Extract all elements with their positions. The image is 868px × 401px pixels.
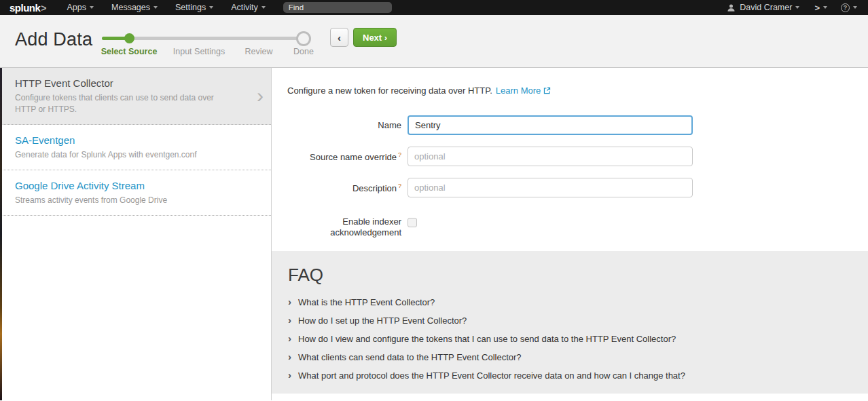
faq-item[interactable]: › What is the HTTP Event Collector? bbox=[288, 297, 852, 307]
nav-menu-settings[interactable]: Settings bbox=[175, 3, 213, 12]
next-button[interactable]: Next › bbox=[353, 28, 397, 47]
faq-question: What clients can send data to the HTTP E… bbox=[298, 352, 522, 362]
source-item-description: Generate data for Splunk Apps with event… bbox=[15, 149, 238, 161]
nav-menu-messages-label: Messages bbox=[111, 3, 150, 12]
console-prompt-icon: > bbox=[814, 3, 820, 13]
top-nav: splunk > Apps Messages Settings Activity… bbox=[0, 0, 868, 15]
wizard-step-select-source: Select Source bbox=[101, 47, 158, 56]
indexer-ack-label: Enable indexer acknowledgement bbox=[272, 214, 401, 238]
chevron-right-icon: › bbox=[288, 316, 291, 325]
source-item-sa-eventgen[interactable]: SA-Eventgen Generate data for Splunk App… bbox=[0, 125, 271, 170]
source-name-override-row: Source name override? bbox=[272, 147, 868, 166]
chevron-down-icon bbox=[853, 6, 857, 9]
chevron-right-icon: › bbox=[288, 334, 291, 343]
find-search-input[interactable] bbox=[283, 2, 392, 13]
name-input[interactable] bbox=[408, 115, 693, 135]
wizard-step-input-settings: Input Settings bbox=[173, 47, 225, 56]
wizard-progress: Select Source Input Settings Review Done bbox=[0, 15, 319, 68]
wizard-current-step-dot bbox=[124, 33, 134, 43]
faq-question: How do I view and configure the tokens t… bbox=[298, 334, 676, 344]
source-item-http-event-collector[interactable]: HTTP Event Collector Configure tokens th… bbox=[0, 68, 271, 125]
help-menu[interactable]: ? bbox=[841, 3, 857, 12]
page-header: Add Data Select Source Input Settings Re… bbox=[0, 15, 868, 68]
main-panel: Configure a new token for receiving data… bbox=[272, 68, 868, 400]
source-item-description: Streams activity events from Google Driv… bbox=[15, 195, 238, 206]
intro-line: Configure a new token for receiving data… bbox=[287, 85, 868, 96]
faq-item[interactable]: › What clients can send data to the HTTP… bbox=[288, 352, 852, 362]
chevron-down-icon bbox=[261, 6, 266, 9]
nav-menu-activity-label: Activity bbox=[231, 3, 258, 12]
learn-more-link[interactable]: Learn More bbox=[496, 85, 541, 96]
source-item-title: Google Drive Activity Stream bbox=[15, 180, 238, 191]
help-question-icon[interactable]: ? bbox=[398, 183, 401, 189]
background-edge-strip bbox=[0, 68, 2, 400]
help-icon: ? bbox=[841, 3, 850, 12]
user-icon bbox=[727, 3, 736, 12]
chevron-down-icon bbox=[209, 6, 213, 9]
chevron-right-icon: › bbox=[288, 352, 291, 362]
nav-menu-messages[interactable]: Messages bbox=[111, 3, 158, 12]
source-name-override-label: Source name override? bbox=[272, 147, 401, 162]
source-name-override-input[interactable] bbox=[408, 147, 693, 166]
description-label: Description? bbox=[272, 178, 401, 193]
description-input[interactable] bbox=[408, 178, 693, 197]
indexer-ack-checkbox[interactable] bbox=[408, 218, 417, 227]
indexer-ack-row: Enable indexer acknowledgement bbox=[272, 214, 868, 238]
chevron-down-icon bbox=[90, 6, 94, 9]
description-row: Description? bbox=[272, 178, 868, 197]
external-link-icon bbox=[543, 87, 551, 94]
user-name-label: David Cramer bbox=[740, 3, 792, 12]
splunk-logo-chevron-icon: > bbox=[41, 3, 46, 14]
faq-section: FAQ › What is the HTTP Event Collector? … bbox=[272, 251, 868, 394]
name-label: Name bbox=[272, 115, 401, 130]
faq-item[interactable]: › How do I set up the HTTP Event Collect… bbox=[288, 316, 852, 326]
chevron-down-icon bbox=[153, 6, 158, 9]
source-item-title: HTTP Event Collector bbox=[15, 77, 238, 89]
user-menu[interactable]: David Cramer bbox=[727, 3, 799, 12]
chevron-down-icon bbox=[823, 6, 827, 9]
back-button[interactable]: ‹ bbox=[330, 28, 348, 47]
description-label-text: Description bbox=[352, 183, 397, 193]
nav-menu-apps[interactable]: Apps bbox=[67, 3, 94, 12]
help-question-icon[interactable]: ? bbox=[398, 151, 401, 158]
intro-text: Configure a new token for receiving data… bbox=[287, 85, 492, 96]
faq-item[interactable]: › What port and protocol does the HTTP E… bbox=[288, 370, 852, 381]
nav-menu-apps-label: Apps bbox=[67, 3, 87, 12]
token-form: Name Source name override? Description? … bbox=[272, 115, 868, 238]
indexer-ack-label-line2: acknowledgement bbox=[272, 227, 401, 238]
faq-question: How do I set up the HTTP Event Collector… bbox=[298, 316, 467, 326]
faq-question: What port and protocol does the HTTP Eve… bbox=[298, 370, 685, 381]
content-area: HTTP Event Collector Configure tokens th… bbox=[0, 68, 868, 400]
source-sidebar: HTTP Event Collector Configure tokens th… bbox=[0, 68, 272, 400]
source-item-google-drive-activity-stream[interactable]: Google Drive Activity Stream Streams act… bbox=[0, 170, 271, 216]
indexer-ack-label-line1: Enable indexer bbox=[272, 216, 401, 227]
chevron-right-icon: › bbox=[257, 85, 264, 105]
chevron-right-icon: › bbox=[288, 297, 291, 307]
chevron-right-icon: › bbox=[288, 370, 291, 380]
source-item-title: SA-Eventgen bbox=[15, 134, 238, 146]
splunk-logo[interactable]: splunk > bbox=[10, 2, 47, 14]
wizard-step-done: Done bbox=[293, 47, 314, 56]
nav-menu-activity[interactable]: Activity bbox=[231, 3, 266, 12]
chevron-down-icon bbox=[795, 6, 799, 9]
faq-title: FAQ bbox=[288, 265, 852, 286]
wizard-done-step-circle bbox=[296, 31, 311, 46]
source-name-override-label-text: Source name override bbox=[310, 152, 397, 162]
nav-menu-settings-label: Settings bbox=[175, 3, 206, 12]
faq-question: What is the HTTP Event Collector? bbox=[298, 297, 435, 307]
splunk-logo-text: splunk bbox=[10, 2, 40, 14]
console-menu[interactable]: > bbox=[814, 3, 827, 13]
faq-item[interactable]: › How do I view and configure the tokens… bbox=[288, 334, 852, 344]
source-item-description: Configure tokens that clients can use to… bbox=[15, 92, 238, 115]
wizard-step-review: Review bbox=[245, 47, 273, 56]
nav-right-cluster: David Cramer > ? bbox=[727, 3, 857, 13]
name-row: Name bbox=[272, 115, 868, 135]
